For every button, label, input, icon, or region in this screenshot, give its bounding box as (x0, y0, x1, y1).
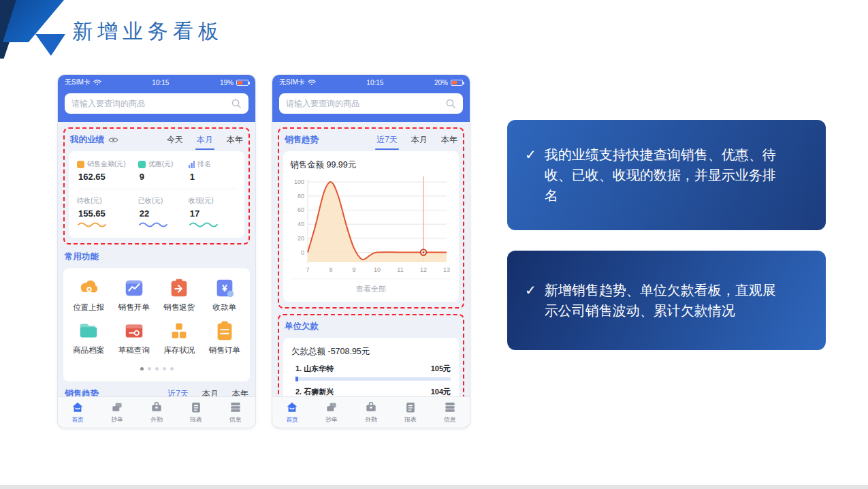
search-placeholder: 请输入要查询的商品 (71, 98, 145, 110)
battery-percent: 19% (220, 79, 234, 86)
stat-item: 已收(元)22 (138, 196, 189, 231)
copy-icon (110, 400, 124, 414)
stat-item: 排名1 (189, 159, 236, 182)
tabbar-label: 首页 (286, 415, 298, 424)
yen-icon: ¥ (213, 277, 236, 300)
function-blocks[interactable]: 库存状况 (163, 319, 195, 356)
blocks-icon (167, 319, 191, 343)
callout-text: 新增销售趋势、单位欠款看板，直观展示公司销售波动、累计欠款情况 (545, 280, 780, 321)
home-icon (285, 400, 299, 414)
search-icon[interactable] (445, 98, 456, 109)
debt-value: 104元 (431, 387, 451, 397)
debt-name: 1. 山东华特 (295, 364, 334, 374)
debt-list-item[interactable]: 1. 山东华特105元 (291, 364, 451, 381)
check-icon: ✓ (525, 280, 536, 321)
svg-text:10: 10 (374, 266, 381, 273)
function-chart[interactable]: 销售开单 (118, 277, 150, 313)
search-icon[interactable] (231, 98, 242, 109)
tabbar-label: 抄单 (111, 415, 123, 424)
svg-text:100: 100 (294, 178, 304, 185)
stat-value: 1 (190, 172, 236, 182)
performance-card: 销售金额(元)162.65优惠(元)9排名1 待收(元)155.65已收(元)2… (69, 151, 244, 238)
debt-bar (295, 377, 451, 381)
tabbar-item-copy[interactable]: 抄单 (97, 397, 137, 428)
square-stat-icon (138, 161, 146, 168)
wifi-icon (93, 79, 101, 86)
tabbar-item-info[interactable]: 信息 (430, 397, 470, 428)
check-icon: ✓ (525, 144, 536, 206)
phone-screenshot-right: 无SIM卡 10:15 20% 请输入要查询的商品 销售趋势 (272, 75, 470, 428)
status-bar: 无SIM卡 10:15 20% (272, 75, 470, 90)
quick-functions-header: 常用功能 (63, 249, 250, 268)
status-time: 10:15 (152, 79, 169, 86)
function-arrow[interactable]: 销售退货 (163, 277, 195, 313)
report-icon (404, 400, 417, 414)
function-folder[interactable]: 商品档案 (73, 319, 104, 356)
square-stat-icon (77, 161, 84, 168)
debt-name: 2. 石狮新兴 (295, 387, 334, 397)
phone-screenshot-left: 无SIM卡 10:15 19% 请输入要查询的商品 我的业绩 (58, 75, 255, 428)
tabbar-item-copy[interactable]: 抄单 (312, 397, 351, 428)
stat-value: 155.65 (78, 208, 138, 219)
highlight-performance-section: 我的业绩 今天本月本年 销售金额(元)162.65优惠(元)9排名1 待收(元)… (63, 127, 250, 245)
tabbar-item-report[interactable]: 报表 (391, 397, 430, 428)
function-yen[interactable]: ¥收款单 (213, 277, 237, 313)
search-input[interactable]: 请输入要查询的商品 (279, 93, 463, 114)
stat-label: 待收(元) (77, 196, 138, 206)
spark-wave-icon (138, 220, 168, 228)
function-label: 商品档案 (73, 345, 104, 356)
svg-text:7: 7 (306, 266, 309, 273)
tabbar-item-report[interactable]: 报表 (176, 397, 216, 428)
tabbar-label: 外勤 (365, 415, 377, 424)
function-box[interactable]: 草稿查询 (118, 319, 150, 356)
slide: 新增业务看板 无SIM卡 10:15 19% 请输入要查询的商品 (0, 0, 868, 489)
stat-label: 已收(元) (138, 196, 189, 206)
svg-text:60: 60 (298, 206, 304, 213)
rank-bars-icon (189, 161, 195, 168)
performance-tab-1[interactable]: 今天 (167, 134, 183, 146)
tabbar-label: 外勤 (150, 415, 163, 424)
cloud-icon (77, 277, 100, 300)
highlight-trend-section: 销售趋势 近7天本月本年 销售金额 99.99元 020406080100789… (278, 127, 464, 309)
tabbar-item-bag[interactable]: 外勤 (351, 397, 391, 428)
function-cloud[interactable]: 位置上报 (73, 277, 104, 313)
home-icon (71, 400, 84, 414)
stat-item: 收现(元)17 (189, 196, 236, 231)
performance-tab-2[interactable]: 本月 (197, 134, 213, 146)
callout-text: 我的业绩支持快捷查询销售、优惠、待收、已收、收现的数据，并显示业务排名 (545, 144, 780, 206)
svg-text:8: 8 (329, 266, 332, 273)
svg-text:¥: ¥ (222, 283, 227, 294)
stat-item: 待收(元)155.65 (77, 196, 138, 231)
tabbar-item-bag[interactable]: 外勤 (137, 397, 176, 428)
function-clipboard[interactable]: 销售订单 (209, 319, 240, 356)
search-input[interactable]: 请输入要查询的商品 (65, 93, 248, 114)
tabbar-label: 抄单 (325, 415, 338, 424)
spark-wave-icon (77, 220, 107, 228)
box-icon (123, 319, 146, 343)
tabbar-item-info[interactable]: 信息 (216, 397, 255, 428)
tabbar-item-home[interactable]: 首页 (272, 397, 312, 428)
stat-item: 优惠(元)9 (138, 159, 189, 182)
trend-amount: 销售金额 99.99元 (290, 159, 452, 171)
eye-icon[interactable] (108, 136, 118, 144)
view-all-link[interactable]: 查看全部 (290, 279, 452, 299)
tabbar-label: 报表 (404, 415, 417, 424)
stat-label: 优惠(元) (138, 159, 189, 169)
arrow-icon (167, 277, 191, 300)
search-bar-area: 请输入要查询的商品 (272, 90, 470, 122)
copy-icon (325, 400, 338, 414)
trend-right-tab-1[interactable]: 近7天 (376, 134, 398, 146)
function-label: 销售退货 (163, 302, 195, 313)
trend-right-tab-3[interactable]: 本年 (441, 134, 457, 146)
performance-tab-3[interactable]: 本年 (227, 134, 243, 146)
info-icon (229, 400, 242, 414)
debts-title: 单位欠款 (285, 321, 319, 332)
tabbar-label: 信息 (229, 415, 242, 424)
stat-value: 162.65 (78, 172, 138, 182)
folder-icon (77, 319, 100, 343)
tabbar-item-home[interactable]: 首页 (58, 397, 97, 428)
svg-text:12: 12 (420, 266, 427, 273)
status-time: 10:15 (366, 79, 383, 86)
tabbar-label: 报表 (190, 415, 202, 424)
trend-right-tab-2[interactable]: 本月 (411, 134, 428, 146)
